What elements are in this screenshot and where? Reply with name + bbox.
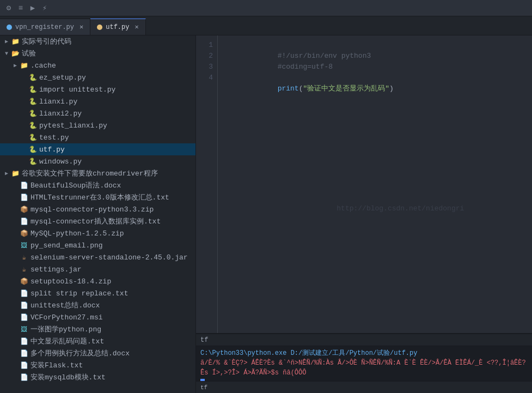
sidebar-item-1[interactable]: ▼ 📂 试验 xyxy=(0,47,195,59)
sidebar-item-5[interactable]: ▶ 🐍 lianxi.py xyxy=(0,95,195,107)
editor-area[interactable]: 1 2 3 4 #!/usr/bin/env python3 #coding=u… xyxy=(196,35,532,333)
tab-vpn-register[interactable]: vpn_register.py ✕ xyxy=(0,19,90,35)
sidebar-label-26: 多个用例执行方法及总结.docx xyxy=(30,348,195,358)
sidebar-item-17[interactable]: ▶ 🖼 py_send_email.png xyxy=(0,239,195,251)
sidebar-item-21[interactable]: ▶ 📄 split strip replace.txt xyxy=(0,287,195,299)
tabs-bar: vpn_register.py ✕ utf.py ✕ xyxy=(0,16,532,35)
sidebar-item-15[interactable]: ▶ 📄 mysql-connector插入数据库实例.txt xyxy=(0,215,195,227)
folder-icon-11: 📁 xyxy=(11,170,20,178)
sidebar-item-utf[interactable]: ▶ 🐍 utf.py xyxy=(0,143,195,155)
py-icon-7: 🐍 xyxy=(28,122,37,130)
sidebar[interactable]: ▶ 📁 实际号引的代码 ▼ 📂 试验 ▶ 📁 .cache ▶ 🐍 ez_set… xyxy=(0,35,196,393)
arrow-icon-2: ▶ xyxy=(11,62,20,69)
sidebar-label-23: VCForPython27.msi xyxy=(30,313,195,322)
sidebar-label-2: .cache xyxy=(30,62,195,70)
title-bar-icons: ⚙ ≡ ▶ ⚡ xyxy=(4,4,49,13)
code-line-1: #!/usr/bin/env python3 xyxy=(227,40,523,51)
file-icon-19: ☕ xyxy=(20,265,28,274)
py-icon-8: 🐍 xyxy=(28,134,37,142)
file-icon-28: 📄 xyxy=(20,373,28,382)
py-icon-3: 🐍 xyxy=(28,74,37,82)
tab-utf[interactable]: utf.py ✕ xyxy=(90,19,145,35)
file-icon-25: 📄 xyxy=(20,337,28,346)
file-icon-14: 📦 xyxy=(20,205,28,214)
sidebar-item-23[interactable]: ▶ 📄 VCForPython27.msi xyxy=(0,311,195,323)
file-icon-13: 📄 xyxy=(20,194,28,202)
file-icon-22: 📄 xyxy=(20,301,28,310)
menu-icon[interactable]: ≡ xyxy=(16,4,25,13)
sidebar-label-19: settings.jar xyxy=(30,265,195,274)
terminal-content[interactable]: C:\Python33\python.exe D:/测试建立/工具/Python… xyxy=(196,346,532,381)
sidebar-label-17: py_send_email.png xyxy=(30,241,195,250)
file-icon-23: 📄 xyxy=(20,313,28,322)
sidebar-item-2[interactable]: ▶ 📁 .cache xyxy=(0,59,195,71)
sidebar-item-28[interactable]: ▶ 📄 安装mysqldb模块.txt xyxy=(0,371,195,383)
sidebar-label-20: setuptools-18.4.zip xyxy=(30,277,195,286)
sidebar-item-0[interactable]: ▶ 📁 实际号引的代码 xyxy=(0,35,195,47)
run-icon[interactable]: ▶ xyxy=(28,4,37,13)
terminal-output: ã/È/% &`ÈÇ?> ÁÊÈ?Ès &`^ñ>NÊÑ/%Ñ:Às Â/>ÔÈ… xyxy=(200,359,526,377)
tab-close-utf[interactable]: ✕ xyxy=(134,23,138,31)
title-bar: ⚙ ≡ ▶ ⚡ xyxy=(0,0,532,16)
sidebar-item-14[interactable]: ▶ 📦 mysql-connector-python3.3.zip xyxy=(0,203,195,215)
watermark: http://blog.csdn.net/niedongri xyxy=(337,203,464,214)
debug-icon[interactable]: ⚡ xyxy=(40,4,49,13)
sidebar-item-6[interactable]: ▶ 🐍 lianxi2.py xyxy=(0,107,195,119)
line-num-3: 3 xyxy=(205,62,213,72)
file-icon-26: 📄 xyxy=(20,349,28,358)
sidebar-item-18[interactable]: ▶ ☕ selenium-server-standalone-2.45.0.ja… xyxy=(0,251,195,263)
sidebar-item-16[interactable]: ▶ 📦 MySQL-python-1.2.5.zip xyxy=(0,227,195,239)
py-icon-6: 🐍 xyxy=(28,110,37,118)
main-area: ▶ 📁 实际号引的代码 ▼ 📂 试验 ▶ 📁 .cache ▶ 🐍 ez_set… xyxy=(0,35,532,393)
sidebar-item-10[interactable]: ▶ 🐍 windows.py xyxy=(0,155,195,167)
sidebar-item-4[interactable]: ▶ 🐍 import unittest.py xyxy=(0,83,195,95)
sidebar-item-26[interactable]: ▶ 📄 多个用例执行方法及总结.docx xyxy=(0,347,195,359)
title-bar-left: ⚙ ≡ ▶ ⚡ xyxy=(4,4,49,13)
sidebar-item-8[interactable]: ▶ 🐍 test.py xyxy=(0,131,195,143)
tab-label-vpn: vpn_register.py xyxy=(15,23,74,31)
tab-icon-utf xyxy=(97,25,102,30)
code-content[interactable]: #!/usr/bin/env python3 #coding=utf-8 pri… xyxy=(218,35,532,333)
sidebar-item-3[interactable]: ▶ 🐍 ez_setup.py xyxy=(0,71,195,83)
py-icon-10: 🐍 xyxy=(28,158,37,166)
sidebar-label-16: MySQL-python-1.2.5.zip xyxy=(30,229,195,238)
sidebar-label-4: import unittest.py xyxy=(39,86,195,94)
close-paren-token: ) xyxy=(389,84,394,93)
coding-token: #coding=utf-8 xyxy=(278,63,333,71)
sidebar-label-14: mysql-connector-python3.3.zip xyxy=(30,205,195,214)
folder-icon-2: 📁 xyxy=(20,62,28,70)
file-icon-21: 📄 xyxy=(20,289,28,298)
tab-icon-vpn xyxy=(7,25,12,30)
line-numbers: 1 2 3 4 xyxy=(196,35,218,333)
file-icon-18: ☕ xyxy=(20,253,28,262)
sidebar-item-11[interactable]: ▶ 📁 谷歌安装文件下需要放chromedriver程序 xyxy=(0,167,195,179)
sidebar-item-7[interactable]: ▶ 🐍 pytest_lianxi.py xyxy=(0,119,195,131)
line-num-1: 1 xyxy=(205,40,213,51)
terminal-area: tf C:\Python33\python.exe D:/测试建立/工具/Pyt… xyxy=(196,333,532,381)
file-icon-20: 📦 xyxy=(20,277,28,286)
sidebar-label-9: utf.py xyxy=(39,146,195,154)
tab-label-utf: utf.py xyxy=(106,23,129,31)
sidebar-item-25[interactable]: ▶ 📄 中文显示乱码问题.txt xyxy=(0,335,195,347)
sidebar-label-22: unittest总结.docx xyxy=(30,300,195,310)
sidebar-item-13[interactable]: ▶ 📄 HTMLTestrunner在3.0版本修改汇总.txt xyxy=(0,191,195,203)
file-icon-16: 📦 xyxy=(20,229,28,238)
sidebar-item-24[interactable]: ▶ 🖼 一张图学python.png xyxy=(0,323,195,335)
tab-close-vpn[interactable]: ✕ xyxy=(80,23,83,31)
sidebar-item-27[interactable]: ▶ 📄 安装Flask.txt xyxy=(0,359,195,371)
sidebar-item-22[interactable]: ▶ 📄 unittest总结.docx xyxy=(0,299,195,311)
sidebar-item-12[interactable]: ▶ 📄 BeautifulSoup语法.docx xyxy=(0,179,195,191)
py-icon-5: 🐍 xyxy=(28,98,37,106)
terminal-header: tf xyxy=(196,334,532,346)
folder-icon-1: 📂 xyxy=(11,50,20,58)
sidebar-label-8: test.py xyxy=(39,134,195,142)
sidebar-label-18: selenium-server-standalone-2.45.0.jar xyxy=(30,253,195,262)
line-num-2: 2 xyxy=(205,51,213,62)
sidebar-label-6: lianxi2.py xyxy=(39,110,195,118)
sidebar-label-24: 一张图学python.png xyxy=(30,324,195,334)
bottom-status-bar: tf xyxy=(196,381,532,393)
settings-icon[interactable]: ⚙ xyxy=(4,4,13,13)
sidebar-item-19[interactable]: ▶ ☕ settings.jar xyxy=(0,263,195,275)
sidebar-item-20[interactable]: ▶ 📦 setuptools-18.4.zip xyxy=(0,275,195,287)
file-icon-27: 📄 xyxy=(20,361,28,370)
